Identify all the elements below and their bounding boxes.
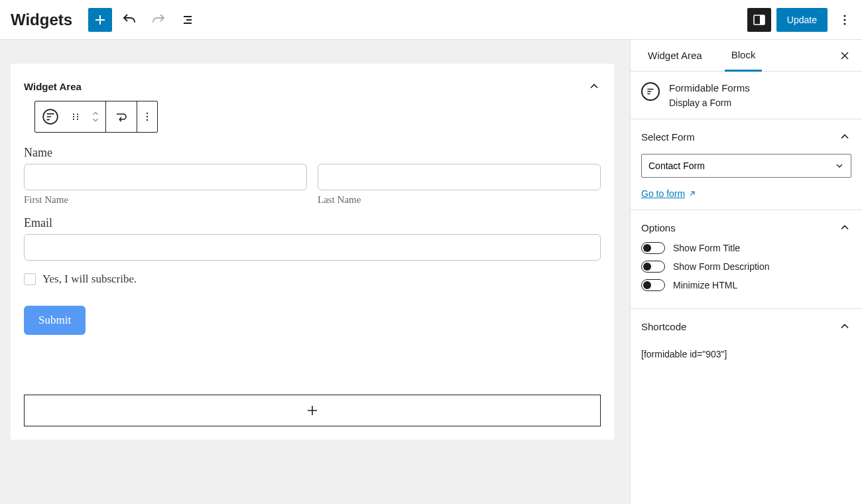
svg-point-13 (147, 116, 148, 117)
plus-icon (92, 12, 108, 28)
sidebar-icon (751, 12, 767, 28)
chevron-up-icon (838, 130, 851, 143)
tab-block[interactable]: Block (725, 40, 763, 72)
svg-point-4 (843, 23, 845, 25)
options-section: Options Show Form Title Show Form Descri… (631, 210, 862, 309)
list-icon (180, 12, 196, 28)
body: Widget Area (0, 40, 862, 504)
chevron-up-icon (838, 221, 851, 234)
email-label: Email (24, 216, 601, 234)
svg-point-2 (843, 15, 845, 17)
formidable-icon (42, 108, 59, 125)
redo-icon (151, 12, 166, 28)
last-name-input[interactable] (318, 164, 601, 190)
name-label: Name (24, 146, 601, 164)
last-name-sublabel: Last Name (318, 190, 601, 206)
shortcode-title: Shortcode (641, 321, 686, 332)
svg-point-6 (73, 113, 74, 115)
shortcode-value: [formidable id="903"] (641, 349, 851, 359)
transform-icon (113, 109, 129, 125)
widget-area-title: Widget Area (24, 81, 82, 92)
formidable-icon (641, 82, 660, 101)
select-form-title: Select Form (641, 131, 695, 143)
submit-button[interactable]: Submit (24, 306, 86, 335)
close-icon (838, 49, 851, 62)
first-name-sublabel: First Name (24, 190, 307, 206)
svg-point-11 (77, 119, 78, 120)
sidebar-close-button[interactable] (838, 49, 851, 62)
go-to-form-link[interactable]: Go to form (641, 188, 697, 199)
show-form-title-toggle[interactable] (641, 242, 665, 254)
block-info-section: Formidable Forms Display a Form (631, 72, 862, 119)
more-vertical-icon (141, 110, 154, 123)
svg-point-8 (73, 119, 74, 120)
minimize-html-toggle[interactable] (641, 279, 665, 291)
add-block-appender[interactable] (24, 395, 601, 426)
drag-handle[interactable] (66, 101, 86, 132)
tab-widget-area[interactable]: Widget Area (641, 40, 709, 70)
email-input[interactable] (24, 234, 601, 261)
more-vertical-icon (837, 12, 853, 28)
show-form-description-toggle[interactable] (641, 261, 665, 273)
block-more-options[interactable] (137, 101, 157, 132)
external-link-icon (688, 189, 697, 198)
shortcode-section: Shortcode [formidable id="903"] (631, 309, 862, 370)
undo-button[interactable] (117, 8, 141, 32)
topbar-left: Widgets (5, 8, 200, 32)
block-transform-button[interactable] (106, 101, 137, 132)
redo-button[interactable] (147, 8, 170, 32)
topbar-right: Update (747, 8, 857, 32)
more-options-button[interactable] (833, 8, 857, 32)
show-form-title-label: Show Form Title (673, 243, 740, 253)
canvas-wrap: Widget Area (0, 40, 630, 504)
svg-point-10 (77, 116, 78, 117)
chevron-up-icon (91, 110, 100, 117)
chevron-up-icon (587, 80, 601, 93)
drag-icon (70, 111, 82, 123)
first-name-input[interactable] (24, 164, 307, 190)
move-buttons[interactable] (86, 101, 105, 132)
settings-panel-toggle[interactable] (747, 8, 771, 32)
widget-area-panel: Widget Area (11, 64, 614, 440)
svg-point-9 (77, 113, 78, 115)
block-type-button[interactable] (35, 101, 66, 132)
sidebar: Widget Area Block Formidable Forms Displ… (630, 40, 862, 504)
widget-header[interactable]: Widget Area (24, 80, 601, 98)
add-block-button[interactable] (88, 8, 112, 32)
subscribe-checkbox[interactable] (24, 273, 36, 285)
show-form-description-label: Show Form Description (673, 261, 770, 272)
options-header[interactable]: Options (641, 221, 851, 234)
document-overview-button[interactable] (176, 8, 200, 32)
subscribe-label: Yes, I will subscribe. (42, 273, 137, 286)
undo-icon (121, 12, 137, 28)
select-form-section: Select Form Contact Form Go to form (631, 119, 862, 210)
chevron-up-icon (838, 320, 851, 333)
svg-point-14 (147, 119, 148, 121)
block-toolbar (34, 101, 158, 133)
options-title: Options (641, 222, 676, 233)
select-form-header[interactable]: Select Form (641, 130, 851, 143)
block-name: Formidable Forms (669, 82, 750, 94)
update-button[interactable]: Update (776, 8, 828, 32)
block-description: Display a Form (669, 97, 750, 108)
go-to-form-label: Go to form (641, 188, 685, 199)
form-select[interactable]: Contact Form (641, 154, 851, 178)
svg-rect-1 (760, 15, 765, 25)
sidebar-tabs: Widget Area Block (631, 40, 862, 72)
svg-point-3 (843, 19, 845, 21)
shortcode-header[interactable]: Shortcode (641, 320, 851, 333)
plus-icon (304, 403, 320, 418)
svg-point-12 (147, 113, 148, 114)
topbar: Widgets Update (0, 0, 862, 40)
chevron-down-icon (91, 117, 100, 123)
minimize-html-label: Minimize HTML (673, 280, 737, 290)
page-title: Widgets (5, 11, 83, 29)
svg-point-7 (73, 116, 74, 117)
